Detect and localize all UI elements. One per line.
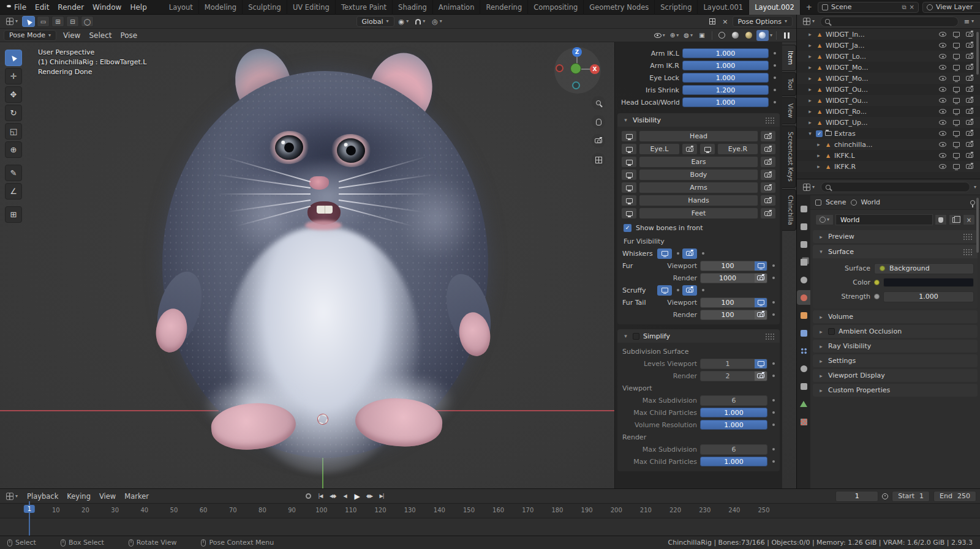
orthographic-toggle-button[interactable] — [592, 153, 605, 166]
properties-tab-object-data[interactable] — [797, 397, 810, 411]
end-frame-field[interactable]: End 250 — [933, 491, 976, 502]
camera-icon-button[interactable] — [755, 310, 767, 320]
gizmo-z-axis[interactable]: Z — [572, 47, 582, 57]
viewport-menu-view[interactable]: View — [59, 31, 85, 40]
camera-toggle-button[interactable] — [760, 130, 776, 142]
keyframe-dot[interactable] — [772, 424, 775, 426]
camera-icon-button[interactable] — [755, 273, 767, 283]
outliner-editor-type-button[interactable]: ▾ — [801, 17, 817, 26]
scene-selector[interactable]: Scene ⧉ × — [818, 2, 919, 13]
editor-type-button[interactable]: ▾ — [4, 17, 20, 26]
outliner-row-ikfk-r[interactable]: ▸▲IKFK.R — [797, 161, 980, 172]
expand-icon[interactable]: ▾ — [807, 130, 813, 136]
outliner-eye-toggle[interactable] — [937, 153, 948, 158]
sidebar-tab-chinchilla[interactable]: Chinchilla — [782, 189, 796, 231]
timeline-menu-marker[interactable]: Marker — [120, 491, 153, 502]
select-circle-mode-button[interactable]: ◯ — [81, 16, 94, 27]
properties-tab-modifiers[interactable] — [797, 326, 810, 340]
monitor-toggle-button[interactable] — [621, 182, 637, 193]
rotate-tool[interactable]: ↻ — [5, 105, 22, 121]
max-subdivision-field[interactable]: 6 — [700, 444, 767, 455]
panel-ray-visibility[interactable]: ▸Ray Visibility — [813, 340, 978, 353]
monitor-toggle-button[interactable] — [621, 207, 637, 219]
outliner-monitor-toggle[interactable] — [951, 109, 962, 114]
properties-tab-tool[interactable] — [797, 201, 810, 216]
properties-tab-particles[interactable] — [797, 343, 810, 358]
camera-toggle-button[interactable] — [760, 195, 776, 206]
world-name-field[interactable]: World — [835, 214, 933, 225]
panel-surface-header[interactable]: ▾ Surface — [813, 245, 978, 258]
breadcrumb-world[interactable]: World — [861, 198, 881, 206]
outliner-row-widgt-up[interactable]: ▸▲WIDGT_Up... — [797, 117, 980, 128]
unlink-scene-icon[interactable]: × — [910, 4, 914, 10]
outliner-scrollbar[interactable] — [976, 32, 979, 75]
workspace-tab-sculpting[interactable]: Sculpting — [243, 0, 287, 15]
workspace-tab-modeling[interactable]: Modeling — [199, 0, 243, 15]
render-field[interactable]: 2 — [700, 371, 767, 381]
play-button[interactable]: ▶ — [352, 491, 363, 502]
keyframe-dot[interactable] — [772, 411, 775, 414]
camera-icon-button[interactable] — [755, 371, 767, 381]
keyframe-dot[interactable] — [774, 52, 776, 54]
monitor-toggle-whiskers[interactable] — [657, 248, 672, 259]
outliner-row-widgt-ou[interactable]: ▸▲WIDGT_Ou... — [797, 95, 980, 106]
properties-tab-world[interactable] — [797, 290, 810, 305]
outliner-camera-toggle[interactable] — [964, 153, 975, 158]
outliner-camera-toggle[interactable] — [964, 54, 975, 59]
visibility-toggle-eye-l[interactable]: Eye.L — [639, 143, 680, 155]
panel-settings[interactable]: ▸Settings — [813, 354, 978, 367]
expand-icon[interactable]: ▸ — [807, 31, 813, 37]
pan-button[interactable] — [592, 115, 605, 129]
options-extra-icon[interactable] — [707, 17, 718, 26]
camera-toggle-button[interactable] — [760, 207, 776, 219]
object-visibility-dropdown[interactable]: ▾ — [652, 30, 667, 41]
gizmo-negative-x-axis[interactable] — [556, 64, 564, 72]
snap-toggle[interactable]: ▾ — [413, 18, 428, 26]
outliner-camera-toggle[interactable] — [964, 32, 975, 37]
workspace-tab-texture-paint[interactable]: Texture Paint — [336, 0, 393, 15]
expand-icon[interactable]: ▸ — [815, 152, 822, 159]
camera-toggle-button[interactable] — [760, 169, 776, 181]
outliner-monitor-toggle[interactable] — [951, 65, 962, 70]
current-frame-field[interactable]: 1 — [835, 491, 878, 502]
monitor-toggle-scruffy[interactable] — [657, 285, 672, 296]
outliner-monitor-toggle[interactable] — [951, 54, 962, 59]
transform-tool[interactable]: ⊕ — [5, 141, 22, 158]
outliner-eye-toggle[interactable] — [937, 98, 948, 103]
panel-grip-icon[interactable] — [765, 117, 775, 124]
outliner-camera-toggle[interactable] — [964, 120, 975, 125]
prev-keyframe-button[interactable]: ◀◆ — [327, 491, 338, 502]
auto-keying-button[interactable] — [303, 491, 314, 502]
monitor-icon-button[interactable] — [755, 261, 767, 271]
outliner-camera-toggle[interactable] — [964, 43, 975, 48]
expand-icon[interactable]: ▸ — [807, 75, 813, 81]
monitor-icon-button[interactable] — [755, 297, 767, 308]
fur-tail-viewport-field[interactable]: 100 — [700, 297, 767, 308]
outliner-camera-toggle[interactable] — [964, 65, 975, 70]
outliner-monitor-toggle[interactable] — [951, 120, 962, 125]
expand-icon[interactable]: ▸ — [807, 97, 813, 103]
keyframe-dot[interactable] — [702, 289, 704, 291]
fake-user-button[interactable] — [935, 214, 947, 225]
simplify-panel-header[interactable]: ▾ Simplify — [617, 329, 780, 343]
keyframe-dot[interactable] — [774, 101, 776, 103]
arm-ik-l-slider[interactable]: 1.000 — [682, 48, 769, 58]
show-bones-checkbox[interactable]: ✓ — [624, 224, 631, 232]
pin-icon[interactable] — [970, 200, 975, 205]
select-box-tool[interactable] — [5, 50, 22, 66]
max-child-particles-slider[interactable]: 1.000 — [700, 457, 767, 466]
properties-tab-scene[interactable] — [797, 272, 810, 287]
view-layer-selector[interactable]: View Layer ⧉ × — [922, 2, 980, 13]
keyframe-dot[interactable] — [774, 64, 776, 67]
gizmo-negative-z-axis[interactable] — [572, 81, 580, 89]
monitor-toggle-button[interactable] — [621, 195, 637, 206]
workspace-tab-uv-editing[interactable]: UV Editing — [287, 0, 336, 15]
properties-tab-render[interactable] — [797, 219, 810, 234]
workspace-tab-animation[interactable]: Animation — [433, 0, 481, 15]
camera-toggle-button[interactable] — [682, 143, 698, 155]
timeline-track[interactable] — [0, 518, 980, 536]
panel-grip-icon[interactable] — [765, 333, 775, 340]
sidebar-tab-view[interactable]: View — [782, 97, 796, 124]
outliner-eye-toggle[interactable] — [937, 87, 948, 92]
keyframe-dot[interactable] — [772, 460, 775, 463]
